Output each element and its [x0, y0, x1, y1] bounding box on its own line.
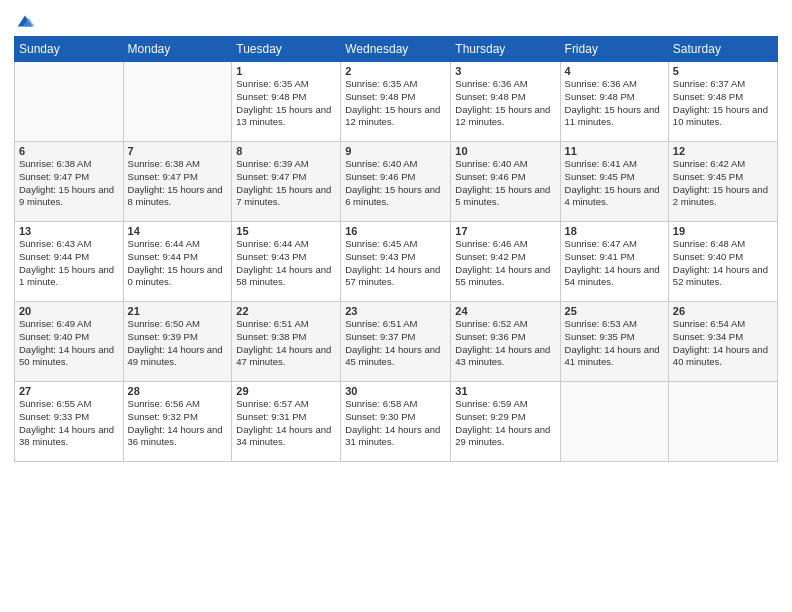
calendar-cell [668, 382, 777, 462]
calendar-cell: 6Sunrise: 6:38 AM Sunset: 9:47 PM Daylig… [15, 142, 124, 222]
calendar-cell [123, 62, 232, 142]
day-info: Sunrise: 6:51 AM Sunset: 9:37 PM Dayligh… [345, 318, 446, 369]
day-number: 16 [345, 225, 446, 237]
day-info: Sunrise: 6:41 AM Sunset: 9:45 PM Dayligh… [565, 158, 664, 209]
calendar-cell: 4Sunrise: 6:36 AM Sunset: 9:48 PM Daylig… [560, 62, 668, 142]
week-row-2: 6Sunrise: 6:38 AM Sunset: 9:47 PM Daylig… [15, 142, 778, 222]
day-info: Sunrise: 6:37 AM Sunset: 9:48 PM Dayligh… [673, 78, 773, 129]
day-info: Sunrise: 6:55 AM Sunset: 9:33 PM Dayligh… [19, 398, 119, 449]
day-info: Sunrise: 6:51 AM Sunset: 9:38 PM Dayligh… [236, 318, 336, 369]
calendar-cell: 27Sunrise: 6:55 AM Sunset: 9:33 PM Dayli… [15, 382, 124, 462]
day-info: Sunrise: 6:50 AM Sunset: 9:39 PM Dayligh… [128, 318, 228, 369]
day-number: 24 [455, 305, 555, 317]
day-header-tuesday: Tuesday [232, 37, 341, 62]
day-info: Sunrise: 6:48 AM Sunset: 9:40 PM Dayligh… [673, 238, 773, 289]
day-info: Sunrise: 6:36 AM Sunset: 9:48 PM Dayligh… [565, 78, 664, 129]
day-header-saturday: Saturday [668, 37, 777, 62]
day-number: 4 [565, 65, 664, 77]
calendar-cell: 10Sunrise: 6:40 AM Sunset: 9:46 PM Dayli… [451, 142, 560, 222]
day-number: 29 [236, 385, 336, 397]
day-number: 3 [455, 65, 555, 77]
day-info: Sunrise: 6:56 AM Sunset: 9:32 PM Dayligh… [128, 398, 228, 449]
day-number: 9 [345, 145, 446, 157]
day-number: 2 [345, 65, 446, 77]
day-info: Sunrise: 6:57 AM Sunset: 9:31 PM Dayligh… [236, 398, 336, 449]
day-number: 21 [128, 305, 228, 317]
day-info: Sunrise: 6:46 AM Sunset: 9:42 PM Dayligh… [455, 238, 555, 289]
calendar-cell [560, 382, 668, 462]
day-number: 13 [19, 225, 119, 237]
day-info: Sunrise: 6:38 AM Sunset: 9:47 PM Dayligh… [128, 158, 228, 209]
day-info: Sunrise: 6:45 AM Sunset: 9:43 PM Dayligh… [345, 238, 446, 289]
calendar-cell: 20Sunrise: 6:49 AM Sunset: 9:40 PM Dayli… [15, 302, 124, 382]
calendar-cell: 21Sunrise: 6:50 AM Sunset: 9:39 PM Dayli… [123, 302, 232, 382]
calendar-cell: 12Sunrise: 6:42 AM Sunset: 9:45 PM Dayli… [668, 142, 777, 222]
day-number: 6 [19, 145, 119, 157]
day-number: 14 [128, 225, 228, 237]
day-info: Sunrise: 6:53 AM Sunset: 9:35 PM Dayligh… [565, 318, 664, 369]
week-row-1: 1Sunrise: 6:35 AM Sunset: 9:48 PM Daylig… [15, 62, 778, 142]
day-number: 12 [673, 145, 773, 157]
calendar-cell [15, 62, 124, 142]
calendar-cell: 14Sunrise: 6:44 AM Sunset: 9:44 PM Dayli… [123, 222, 232, 302]
day-info: Sunrise: 6:42 AM Sunset: 9:45 PM Dayligh… [673, 158, 773, 209]
calendar-cell: 25Sunrise: 6:53 AM Sunset: 9:35 PM Dayli… [560, 302, 668, 382]
header-row: SundayMondayTuesdayWednesdayThursdayFrid… [15, 37, 778, 62]
header [14, 10, 778, 28]
page: SundayMondayTuesdayWednesdayThursdayFrid… [0, 0, 792, 612]
calendar-cell: 30Sunrise: 6:58 AM Sunset: 9:30 PM Dayli… [341, 382, 451, 462]
day-info: Sunrise: 6:35 AM Sunset: 9:48 PM Dayligh… [345, 78, 446, 129]
day-number: 17 [455, 225, 555, 237]
day-number: 30 [345, 385, 446, 397]
day-number: 7 [128, 145, 228, 157]
day-number: 11 [565, 145, 664, 157]
calendar-cell: 2Sunrise: 6:35 AM Sunset: 9:48 PM Daylig… [341, 62, 451, 142]
calendar-cell: 1Sunrise: 6:35 AM Sunset: 9:48 PM Daylig… [232, 62, 341, 142]
day-number: 27 [19, 385, 119, 397]
day-info: Sunrise: 6:52 AM Sunset: 9:36 PM Dayligh… [455, 318, 555, 369]
day-number: 5 [673, 65, 773, 77]
logo [14, 10, 36, 28]
day-number: 10 [455, 145, 555, 157]
day-info: Sunrise: 6:59 AM Sunset: 9:29 PM Dayligh… [455, 398, 555, 449]
day-header-thursday: Thursday [451, 37, 560, 62]
calendar-cell: 16Sunrise: 6:45 AM Sunset: 9:43 PM Dayli… [341, 222, 451, 302]
week-row-4: 20Sunrise: 6:49 AM Sunset: 9:40 PM Dayli… [15, 302, 778, 382]
day-info: Sunrise: 6:40 AM Sunset: 9:46 PM Dayligh… [345, 158, 446, 209]
day-number: 1 [236, 65, 336, 77]
day-info: Sunrise: 6:49 AM Sunset: 9:40 PM Dayligh… [19, 318, 119, 369]
calendar-cell: 29Sunrise: 6:57 AM Sunset: 9:31 PM Dayli… [232, 382, 341, 462]
logo-icon [14, 10, 36, 32]
calendar-cell: 3Sunrise: 6:36 AM Sunset: 9:48 PM Daylig… [451, 62, 560, 142]
day-info: Sunrise: 6:43 AM Sunset: 9:44 PM Dayligh… [19, 238, 119, 289]
calendar-table: SundayMondayTuesdayWednesdayThursdayFrid… [14, 36, 778, 462]
calendar-cell: 15Sunrise: 6:44 AM Sunset: 9:43 PM Dayli… [232, 222, 341, 302]
day-info: Sunrise: 6:44 AM Sunset: 9:44 PM Dayligh… [128, 238, 228, 289]
calendar-cell: 28Sunrise: 6:56 AM Sunset: 9:32 PM Dayli… [123, 382, 232, 462]
calendar-cell: 9Sunrise: 6:40 AM Sunset: 9:46 PM Daylig… [341, 142, 451, 222]
day-number: 19 [673, 225, 773, 237]
day-header-friday: Friday [560, 37, 668, 62]
day-number: 25 [565, 305, 664, 317]
calendar-cell: 8Sunrise: 6:39 AM Sunset: 9:47 PM Daylig… [232, 142, 341, 222]
calendar-cell: 24Sunrise: 6:52 AM Sunset: 9:36 PM Dayli… [451, 302, 560, 382]
week-row-3: 13Sunrise: 6:43 AM Sunset: 9:44 PM Dayli… [15, 222, 778, 302]
day-info: Sunrise: 6:58 AM Sunset: 9:30 PM Dayligh… [345, 398, 446, 449]
day-header-sunday: Sunday [15, 37, 124, 62]
week-row-5: 27Sunrise: 6:55 AM Sunset: 9:33 PM Dayli… [15, 382, 778, 462]
day-number: 31 [455, 385, 555, 397]
day-info: Sunrise: 6:35 AM Sunset: 9:48 PM Dayligh… [236, 78, 336, 129]
calendar-cell: 17Sunrise: 6:46 AM Sunset: 9:42 PM Dayli… [451, 222, 560, 302]
calendar-cell: 18Sunrise: 6:47 AM Sunset: 9:41 PM Dayli… [560, 222, 668, 302]
day-number: 8 [236, 145, 336, 157]
calendar-cell: 5Sunrise: 6:37 AM Sunset: 9:48 PM Daylig… [668, 62, 777, 142]
day-header-monday: Monday [123, 37, 232, 62]
day-header-wednesday: Wednesday [341, 37, 451, 62]
calendar-cell: 7Sunrise: 6:38 AM Sunset: 9:47 PM Daylig… [123, 142, 232, 222]
calendar-cell: 26Sunrise: 6:54 AM Sunset: 9:34 PM Dayli… [668, 302, 777, 382]
day-number: 18 [565, 225, 664, 237]
calendar-cell: 19Sunrise: 6:48 AM Sunset: 9:40 PM Dayli… [668, 222, 777, 302]
day-number: 22 [236, 305, 336, 317]
calendar-cell: 31Sunrise: 6:59 AM Sunset: 9:29 PM Dayli… [451, 382, 560, 462]
day-info: Sunrise: 6:44 AM Sunset: 9:43 PM Dayligh… [236, 238, 336, 289]
